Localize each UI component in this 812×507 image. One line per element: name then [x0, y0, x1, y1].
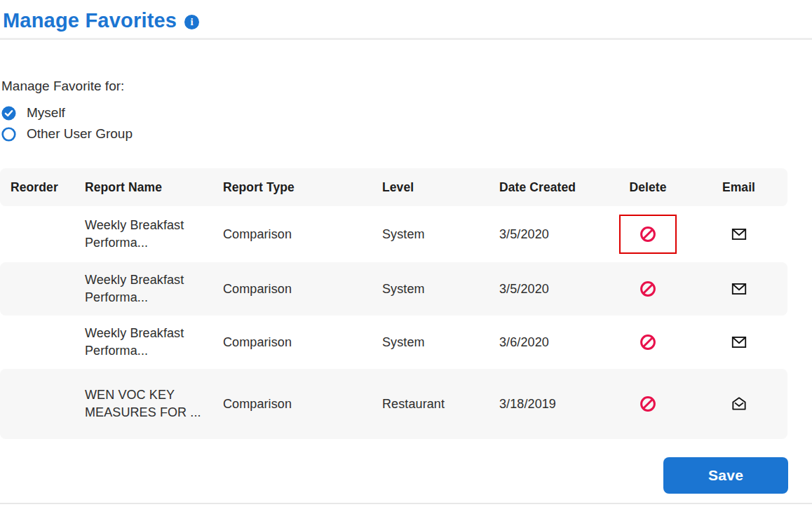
level-cell: Restaurant	[372, 396, 489, 413]
delete-cell	[606, 215, 690, 254]
report-name-cell: Weekly Breakfast Performa...	[74, 217, 204, 252]
bottom-divider	[0, 503, 812, 504]
date-created-cell: 3/6/2020	[489, 334, 606, 351]
radio-label-other-user-group: Other User Group	[27, 126, 133, 142]
report-type-cell: Comparison	[212, 334, 372, 351]
delete-cell	[606, 396, 690, 412]
radio-unselected-icon	[1, 127, 16, 142]
envelope-closed-icon	[730, 333, 748, 351]
radio-option-myself[interactable]: Myself	[1, 105, 133, 121]
delete-button[interactable]	[640, 396, 656, 412]
col-header-delete: Delete	[606, 179, 690, 196]
delete-button[interactable]	[640, 226, 656, 243]
table-row: Weekly Breakfast Performa... Comparison …	[0, 206, 787, 262]
no-entry-icon	[640, 396, 656, 412]
envelope-open-icon	[730, 395, 748, 413]
email-cell	[690, 395, 787, 413]
email-button[interactable]	[730, 225, 748, 243]
report-name-cell: Weekly Breakfast Performa...	[74, 271, 204, 306]
table-row: Weekly Breakfast Performa... Comparison …	[0, 316, 787, 369]
favorite-for-radio-group: Myself Other User Group	[1, 105, 133, 142]
col-header-level: Level	[372, 179, 489, 196]
report-type-cell: Comparison	[212, 396, 372, 413]
report-name-cell: WEN VOC KEY MEASURES FOR ...	[74, 386, 204, 421]
col-header-report-name: Report Name	[74, 179, 212, 196]
date-created-cell: 3/5/2020	[489, 226, 606, 243]
col-header-reorder: Reorder	[0, 179, 74, 196]
radio-option-other-user-group[interactable]: Other User Group	[1, 126, 133, 142]
col-header-report-type: Report Type	[212, 179, 372, 196]
delete-button[interactable]	[640, 334, 656, 351]
page-header: Manage Favorites i	[3, 9, 199, 32]
date-created-cell: 3/5/2020	[489, 280, 606, 298]
col-header-email: Email	[690, 179, 787, 196]
col-header-date-created: Date Created	[489, 179, 606, 196]
table-row: WEN VOC KEY MEASURES FOR ... Comparison …	[0, 369, 787, 439]
delete-cell	[606, 280, 690, 297]
report-type-cell: Comparison	[212, 226, 372, 243]
delete-cell	[606, 334, 690, 351]
info-icon[interactable]: i	[184, 15, 199, 29]
save-button[interactable]: Save	[663, 457, 788, 494]
delete-button[interactable]	[640, 280, 656, 297]
no-entry-icon	[640, 280, 656, 297]
level-cell: System	[372, 226, 489, 243]
radio-label-myself: Myself	[27, 105, 65, 121]
page-title: Manage Favorites	[3, 9, 177, 32]
level-cell: System	[372, 334, 489, 351]
email-cell	[690, 333, 787, 351]
delete-highlight-box	[619, 215, 677, 254]
radio-selected-icon	[1, 106, 16, 121]
date-created-cell: 3/18/2019	[489, 396, 606, 413]
header-divider	[0, 38, 812, 40]
no-entry-icon	[640, 226, 656, 243]
email-cell	[690, 225, 787, 243]
no-entry-icon	[640, 334, 656, 351]
manage-favorite-for-label: Manage Favorite for:	[1, 79, 124, 94]
table-row: Weekly Breakfast Performa... Comparison …	[0, 262, 787, 316]
level-cell: System	[372, 280, 489, 298]
email-button[interactable]	[730, 280, 748, 298]
report-type-cell: Comparison	[212, 280, 372, 298]
table-header-row: Reorder Report Name Report Type Level Da…	[0, 168, 787, 206]
envelope-closed-icon	[730, 280, 748, 298]
email-cell	[690, 280, 787, 298]
email-button[interactable]	[730, 333, 748, 351]
favorites-table: Reorder Report Name Report Type Level Da…	[0, 168, 787, 439]
report-name-cell: Weekly Breakfast Performa...	[74, 325, 204, 360]
email-button[interactable]	[730, 395, 748, 413]
manage-favorites-page: Manage Favorites i Manage Favorite for: …	[0, 0, 812, 507]
envelope-closed-icon	[730, 225, 748, 243]
